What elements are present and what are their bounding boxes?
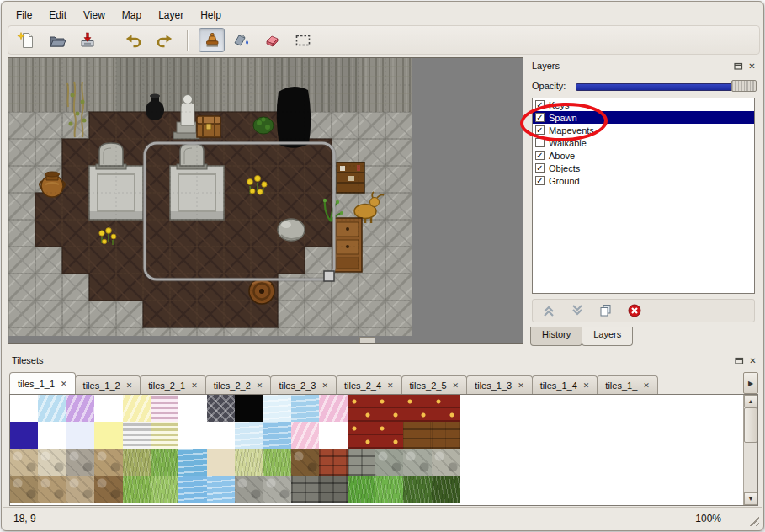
tileset-tile[interactable] — [178, 395, 206, 422]
close-tab-icon[interactable]: ✕ — [126, 381, 133, 390]
tileset-tile[interactable] — [235, 476, 263, 503]
eraser-tool-button[interactable] — [259, 28, 285, 52]
menu-layer[interactable]: Layer — [151, 7, 191, 24]
tileset-tab-tiles_1_3[interactable]: tiles_1_3✕ — [466, 375, 533, 394]
save-button[interactable] — [74, 28, 100, 52]
menu-edit[interactable]: Edit — [41, 7, 74, 24]
layer-row-above[interactable]: ✓Above — [533, 149, 754, 162]
tileset-tile[interactable] — [348, 476, 375, 503]
float-panel-button[interactable] — [733, 61, 744, 72]
layer-row-spawn[interactable]: ✓Spawn — [533, 111, 754, 124]
tileset-tab-tiles_2_4[interactable]: tiles_2_4✕ — [336, 375, 402, 394]
duplicate-layer-button[interactable] — [596, 301, 616, 321]
tileset-tile[interactable] — [151, 395, 178, 422]
layer-visibility-checkbox[interactable]: ✓ — [535, 163, 545, 173]
tileset-tile[interactable] — [375, 476, 403, 503]
open-button[interactable] — [44, 28, 70, 52]
tileset-tile[interactable] — [10, 476, 38, 503]
close-tab-icon[interactable]: ✕ — [583, 381, 590, 390]
menu-map[interactable]: Map — [114, 7, 149, 24]
fill-tool-button[interactable] — [229, 28, 255, 52]
raise-layer-button[interactable] — [539, 301, 559, 321]
tab-layers[interactable]: Layers — [582, 327, 633, 346]
layer-row-walkable[interactable]: Walkable — [533, 136, 754, 149]
tileset-tab-tiles_2_2[interactable]: tiles_2_2✕ — [205, 375, 272, 394]
tileset-tile[interactable] — [94, 449, 122, 476]
tileset-tile[interactable] — [10, 449, 38, 476]
tileset-tab-tiles_1_2[interactable]: tiles_1_2✕ — [75, 375, 141, 394]
tileset-tab-tiles_2_1[interactable]: tiles_2_1✕ — [140, 375, 206, 394]
tileset-tile[interactable] — [94, 422, 122, 449]
layer-row-mapevents[interactable]: ✓Mapevents — [533, 124, 754, 136]
tileset-tile[interactable] — [235, 422, 263, 449]
tileset-tile[interactable] — [66, 449, 94, 476]
opacity-slider[interactable] — [576, 79, 757, 93]
tileset-tile[interactable] — [348, 449, 375, 476]
tileset-tile[interactable] — [319, 422, 347, 449]
tileset-tile[interactable] — [10, 395, 38, 422]
lower-layer-button[interactable] — [567, 301, 587, 321]
tileset-scrollbar[interactable]: ▲ ▼ — [743, 395, 757, 505]
layer-visibility-checkbox[interactable]: ✓ — [535, 100, 545, 109]
tileset-tile[interactable] — [319, 476, 347, 503]
close-tab-icon[interactable]: ✕ — [453, 381, 460, 390]
opacity-slider-track[interactable] — [576, 83, 755, 91]
tileset-tile[interactable] — [151, 422, 178, 449]
tileset-tile[interactable] — [319, 449, 347, 476]
tileset-tile[interactable] — [319, 395, 347, 422]
tileset-tile[interactable] — [432, 449, 460, 476]
tileset-tile[interactable] — [123, 422, 151, 449]
tileset-tile[interactable] — [94, 476, 122, 503]
tileset-tab-tiles_1_1[interactable]: tiles_1_1✕ — [9, 372, 76, 394]
tileset-tile[interactable] — [38, 449, 66, 476]
tileset-tile[interactable] — [432, 395, 460, 422]
tileset-tile[interactable] — [66, 422, 94, 449]
tab-history[interactable]: History — [530, 327, 582, 346]
tileset-tile[interactable] — [235, 449, 263, 476]
tileset-tile[interactable] — [207, 476, 235, 503]
tileset-tile[interactable] — [38, 395, 66, 422]
close-tab-icon[interactable]: ✕ — [518, 381, 524, 390]
menu-file[interactable]: File — [8, 7, 40, 24]
scroll-tabs-right-button[interactable]: ▶ — [743, 372, 758, 394]
map-viewport[interactable] — [8, 57, 523, 344]
close-tab-icon[interactable]: ✕ — [61, 380, 67, 388]
layer-visibility-checkbox[interactable]: ✓ — [535, 176, 545, 185]
scrollbar-thumb[interactable] — [744, 407, 757, 443]
close-tab-icon[interactable]: ✕ — [191, 381, 198, 390]
tileset-tile[interactable] — [94, 395, 122, 422]
tileset-tile[interactable] — [38, 422, 66, 449]
tileset-tile[interactable] — [178, 449, 206, 476]
tileset-tile[interactable] — [348, 422, 375, 449]
layer-visibility-checkbox[interactable] — [535, 138, 545, 147]
close-tab-icon[interactable]: ✕ — [257, 381, 263, 390]
undo-button[interactable] — [120, 28, 146, 52]
close-tilesets-button[interactable]: ✕ — [747, 355, 758, 366]
tileset-tile[interactable] — [432, 476, 460, 503]
tileset-tile[interactable] — [263, 476, 291, 503]
tileset-tile[interactable] — [291, 422, 319, 449]
opacity-slider-handle[interactable] — [731, 80, 757, 92]
tileset-tile[interactable] — [263, 449, 291, 476]
layer-visibility-checkbox[interactable]: ✓ — [535, 113, 545, 122]
tileset-tile[interactable] — [38, 476, 66, 503]
tileset-tile[interactable] — [207, 449, 235, 476]
tileset-tile[interactable] — [375, 422, 403, 449]
tileset-tile[interactable] — [403, 395, 431, 422]
menu-help[interactable]: Help — [193, 7, 229, 24]
tileset-tile[interactable] — [263, 422, 291, 449]
tileset-tile[interactable] — [348, 395, 375, 422]
tileset-tile[interactable] — [66, 395, 94, 422]
tileset-tile[interactable] — [375, 395, 403, 422]
tileset-tile[interactable] — [235, 395, 263, 422]
tileset-tab-tiles_2_3[interactable]: tiles_2_3✕ — [270, 375, 337, 394]
resize-grip[interactable] — [747, 514, 759, 526]
tileset-tile[interactable] — [10, 422, 38, 449]
new-file-button[interactable] — [13, 28, 40, 52]
tileset-tile[interactable] — [291, 395, 319, 422]
menu-view[interactable]: View — [76, 7, 113, 24]
tileset-tile[interactable] — [263, 395, 291, 422]
close-tab-icon[interactable]: ✕ — [321, 381, 328, 390]
close-tab-icon[interactable]: ✕ — [387, 381, 394, 390]
layer-visibility-checkbox[interactable]: ✓ — [535, 125, 545, 135]
